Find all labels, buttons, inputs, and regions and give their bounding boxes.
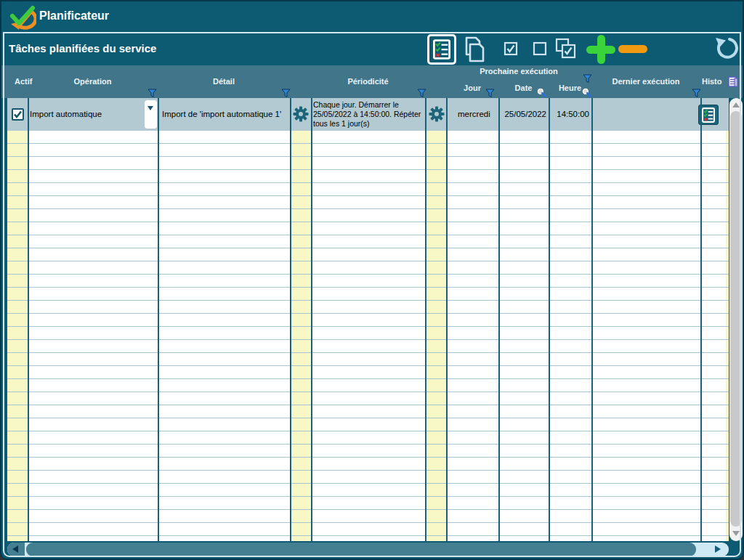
copy-icon bbox=[462, 36, 485, 63]
vertical-scrollbar[interactable] bbox=[729, 98, 743, 541]
col-line bbox=[700, 98, 702, 541]
column-header-band: Actif Opération Détail Périodicité Proch… bbox=[1, 65, 743, 98]
check-all-button[interactable] bbox=[504, 41, 518, 59]
histo-list-icon bbox=[702, 107, 715, 123]
app-title: Planificateur bbox=[39, 9, 109, 23]
invert-check-icon bbox=[555, 38, 577, 60]
table-row[interactable]: Import automatique Import de 'import aut… bbox=[7, 98, 729, 131]
scroll-left-button[interactable] bbox=[7, 543, 25, 556]
header-periodicite: Périodicité bbox=[311, 77, 425, 86]
periodicite-gear-icon[interactable] bbox=[429, 106, 445, 122]
scroll-right-arrow[interactable] bbox=[715, 545, 721, 553]
app-logo-icon bbox=[9, 5, 36, 30]
search-icon-date[interactable] bbox=[537, 88, 547, 98]
row-actif-checkbox[interactable] bbox=[12, 108, 24, 121]
filter-icon-periodicite[interactable] bbox=[417, 89, 426, 98]
col-line bbox=[549, 98, 550, 541]
header-detail: Détail bbox=[158, 77, 290, 86]
refresh-button[interactable] bbox=[713, 34, 740, 66]
cell-periodicite: Chaque jour. Démarrer le 25/05/2022 à 14… bbox=[313, 100, 424, 129]
cell-jour: mercredi bbox=[452, 98, 498, 131]
cell-heure: 14:50:00 bbox=[549, 98, 589, 131]
empty-box-icon bbox=[533, 41, 547, 56]
filter-icon-prochaine-execution[interactable] bbox=[583, 74, 592, 84]
filter-icon-detail[interactable] bbox=[281, 89, 291, 98]
col-line bbox=[446, 98, 448, 541]
checked-box-icon bbox=[504, 41, 518, 56]
chevron-down-icon bbox=[147, 106, 153, 110]
add-button[interactable] bbox=[586, 35, 615, 64]
page-title: Tâches planifiées du service bbox=[9, 42, 156, 54]
row-lines bbox=[7, 131, 729, 541]
col-line bbox=[591, 98, 593, 541]
scroll-left-arrow bbox=[12, 545, 18, 553]
header-dernier-execution: Dernier exécution bbox=[591, 77, 700, 86]
filter-icon-jour[interactable] bbox=[485, 89, 495, 98]
remove-button[interactable] bbox=[618, 45, 647, 53]
cell-operation: Import automatique bbox=[30, 98, 143, 131]
col-line bbox=[498, 98, 500, 541]
title-bar: Planificateur bbox=[1, 1, 743, 32]
horizontal-scrollbar[interactable] bbox=[7, 543, 729, 556]
uncheck-all-button[interactable] bbox=[533, 41, 547, 59]
copy-button[interactable] bbox=[462, 36, 485, 66]
cell-detail: Import de 'import automatique 1' bbox=[162, 98, 287, 131]
horizontal-scrollbar-thumb[interactable] bbox=[26, 543, 696, 556]
cell-date: 25/05/2022 bbox=[498, 98, 546, 131]
empty-rows-area[interactable] bbox=[7, 131, 729, 541]
invert-selection-button[interactable] bbox=[555, 38, 577, 62]
filter-icon-operation[interactable] bbox=[147, 89, 157, 98]
col-line bbox=[158, 98, 159, 541]
planificateur-window: Planificateur Tâches planifiées du servi… bbox=[0, 0, 744, 560]
search-icon-heure[interactable] bbox=[582, 88, 592, 98]
col-line bbox=[311, 98, 312, 541]
scroll-up-arrow[interactable] bbox=[732, 102, 740, 107]
refresh-icon bbox=[713, 34, 740, 63]
col-line bbox=[290, 98, 291, 541]
cell-dernier-execution bbox=[593, 98, 699, 131]
scroll-down-arrow[interactable] bbox=[732, 531, 740, 536]
task-list-button[interactable] bbox=[427, 34, 456, 65]
detail-gear-icon[interactable] bbox=[293, 106, 309, 122]
tasks-grid[interactable]: Import automatique Import de 'import aut… bbox=[7, 98, 729, 541]
header-prochaine-execution: Prochaine exécution bbox=[446, 67, 591, 76]
vertical-scrollbar-thumb[interactable] bbox=[730, 111, 742, 527]
col-line bbox=[425, 98, 426, 541]
header-histo: Histo bbox=[702, 77, 722, 86]
task-list-icon bbox=[433, 38, 450, 60]
col-line bbox=[28, 98, 29, 541]
filter-icon-dernier-execution[interactable] bbox=[692, 89, 701, 98]
operation-dropdown-button[interactable] bbox=[145, 100, 157, 129]
histo-header-icon bbox=[728, 76, 738, 88]
header-operation: Opération bbox=[28, 77, 158, 86]
